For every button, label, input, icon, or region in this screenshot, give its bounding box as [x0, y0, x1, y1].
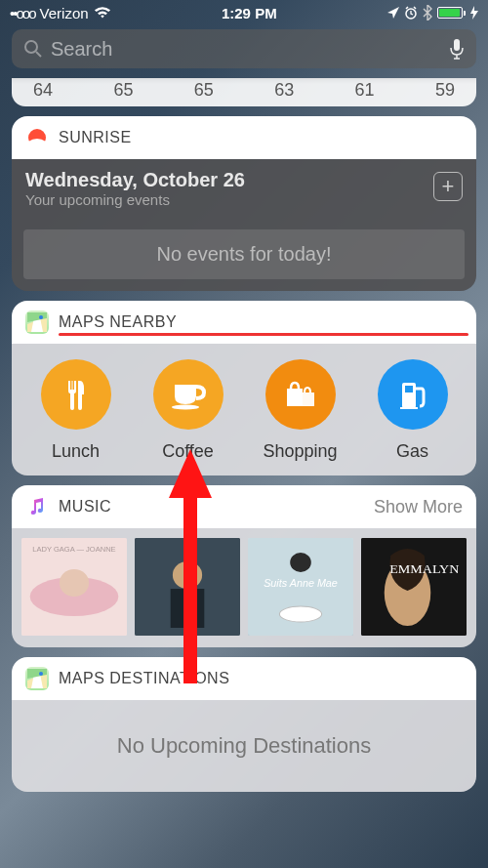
temp-value: 64: [33, 80, 53, 101]
no-events-label: No events for today!: [23, 229, 465, 279]
carrier-label: Verizon: [40, 5, 89, 21]
search-placeholder: Search: [51, 38, 449, 61]
svg-point-5: [172, 405, 199, 410]
destinations-header[interactable]: MAPS DESTINATIONS: [12, 657, 476, 700]
bags-icon: [265, 359, 336, 430]
cup-icon: [153, 359, 224, 430]
music-show-more[interactable]: Show More: [374, 497, 463, 517]
nearby-label: Lunch: [52, 441, 100, 462]
weather-widget-peek[interactable]: 64 65 65 63 61 59: [12, 78, 476, 106]
music-title: MUSIC: [59, 498, 374, 516]
mic-icon[interactable]: [449, 38, 465, 60]
sunrise-header[interactable]: SUNRISE: [12, 116, 476, 159]
nearby-gas[interactable]: Gas: [359, 359, 467, 462]
fork-knife-icon: [41, 359, 111, 430]
sunrise-title: SUNRISE: [59, 129, 463, 146]
maps-nearby-header[interactable]: MAPS NEARBY: [12, 301, 476, 344]
svg-point-16: [173, 561, 202, 589]
svg-text:Suits Anne Mae: Suits Anne Mae: [264, 578, 338, 589]
svg-rect-7: [301, 393, 314, 406]
wifi-icon: [94, 6, 111, 20]
svg-rect-17: [171, 589, 205, 628]
destinations-body: No Upcoming Destinations: [12, 700, 476, 792]
maps-nearby-body: Lunch Coffee Shopping Gas: [12, 344, 476, 475]
album-1[interactable]: LADY GAGA — JOANNE: [21, 538, 127, 636]
album-3[interactable]: Suits Anne Mae: [248, 538, 353, 636]
svg-point-25: [39, 672, 43, 676]
svg-point-1: [25, 41, 37, 53]
status-right: [387, 5, 478, 21]
svg-rect-2: [454, 39, 460, 51]
charging-icon: [470, 6, 478, 20]
status-time: 1:29 PM: [222, 5, 277, 21]
signal-dots-icon: ••ooo: [10, 5, 35, 21]
sunrise-date-row: Wednesday, October 26 Your upcoming even…: [12, 159, 476, 218]
nearby-label: Shopping: [263, 441, 337, 462]
nearby-lunch[interactable]: Lunch: [22, 359, 130, 462]
album-4[interactable]: EMMALYN: [361, 538, 467, 636]
temp-value: 63: [274, 80, 294, 101]
bluetooth-icon: [423, 5, 432, 21]
svg-rect-9: [405, 386, 413, 393]
sunrise-subtitle: Your upcoming events: [25, 191, 433, 208]
status-bar: ••ooo Verizon 1:29 PM: [0, 0, 488, 25]
destinations-title: MAPS DESTINATIONS: [59, 670, 463, 687]
nearby-label: Gas: [396, 441, 428, 462]
svg-text:LADY GAGA — JOANNE: LADY GAGA — JOANNE: [32, 545, 115, 554]
maps-destinations-widget[interactable]: MAPS DESTINATIONS No Upcoming Destinatio…: [12, 657, 476, 792]
sunrise-body: No events for today!: [12, 218, 476, 291]
pump-icon: [378, 359, 448, 430]
music-header[interactable]: MUSIC Show More: [12, 485, 476, 528]
music-body: LADY GAGA — JOANNE Suits Anne Mae EMMALY…: [12, 528, 476, 647]
search-container: Search: [0, 25, 488, 72]
sunrise-app-icon: [25, 126, 49, 149]
album-2[interactable]: [135, 538, 240, 636]
nearby-label: Coffee: [162, 441, 214, 462]
temp-value: 61: [355, 80, 375, 101]
location-icon: [387, 7, 399, 19]
temp-value: 65: [113, 80, 133, 101]
music-row: LADY GAGA — JOANNE Suits Anne Mae EMMALY…: [12, 528, 476, 647]
add-event-button[interactable]: +: [433, 172, 463, 201]
no-destinations-label: No Upcoming Destinations: [117, 733, 371, 758]
maps-nearby-title: MAPS NEARBY: [59, 313, 463, 331]
alarm-icon: [404, 6, 418, 20]
maps-nearby-widget[interactable]: MAPS NEARBY Lunch Coffee Shopping: [12, 301, 476, 475]
nearby-coffee[interactable]: Coffee: [135, 359, 242, 462]
temp-value: 65: [194, 80, 214, 101]
search-bar[interactable]: Search: [12, 29, 476, 68]
svg-point-20: [279, 606, 321, 622]
sunrise-widget[interactable]: SUNRISE Wednesday, October 26 Your upcom…: [12, 116, 476, 291]
svg-point-13: [60, 569, 89, 597]
svg-rect-10: [400, 407, 418, 409]
svg-rect-6: [287, 389, 303, 406]
status-left: ••ooo Verizon: [10, 5, 111, 21]
search-icon: [23, 39, 43, 59]
temp-value: 59: [435, 80, 455, 101]
sunrise-date: Wednesday, October 26: [25, 169, 433, 191]
svg-point-19: [290, 553, 311, 572]
nearby-shopping[interactable]: Shopping: [247, 359, 354, 462]
maps-app-icon: [25, 310, 49, 334]
music-app-icon: [25, 495, 49, 518]
battery-icon: [437, 7, 466, 19]
svg-point-4: [39, 315, 43, 319]
music-widget[interactable]: MUSIC Show More LADY GAGA — JOANNE Suits…: [12, 485, 476, 647]
nearby-grid: Lunch Coffee Shopping Gas: [12, 344, 476, 466]
maps-app-icon: [25, 667, 49, 690]
svg-text:EMMALYN: EMMALYN: [389, 561, 459, 575]
